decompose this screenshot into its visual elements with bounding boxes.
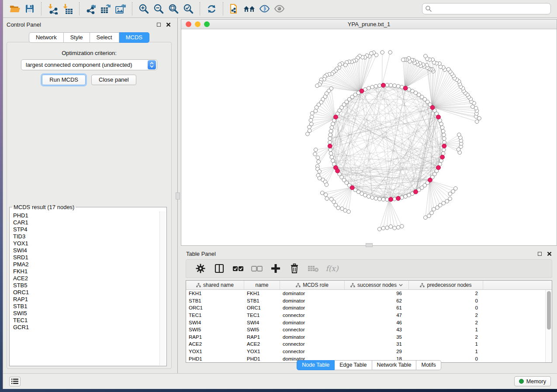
delete-column-button[interactable] bbox=[287, 261, 301, 275]
close-panel-button-mcds[interactable]: Close panel bbox=[91, 75, 136, 85]
run-mcds-button[interactable]: Run MCDS bbox=[42, 75, 86, 85]
mcds-result-item[interactable]: SRD1 bbox=[13, 254, 159, 261]
memory-button[interactable]: Memory bbox=[514, 376, 551, 386]
toggle-panes-button[interactable] bbox=[212, 261, 226, 275]
table-row[interactable]: ORC1 ORC1 dominator 61 0 bbox=[186, 304, 545, 312]
refresh-view-button[interactable] bbox=[204, 2, 219, 16]
close-traffic-light[interactable] bbox=[186, 21, 191, 27]
zoom-out-button[interactable] bbox=[151, 2, 166, 16]
select-stepper-icon bbox=[148, 60, 156, 69]
chevron-down-icon[interactable] bbox=[399, 284, 403, 286]
table-row[interactable]: RAP1 RAP1 dominator 35 2 bbox=[186, 334, 545, 341]
mcds-result-item[interactable]: STB1 bbox=[13, 303, 159, 310]
column-header-successor-nodes[interactable]: successor nodes bbox=[345, 281, 409, 289]
tab-style[interactable]: Style bbox=[64, 32, 90, 43]
import-table-button[interactable] bbox=[60, 2, 75, 16]
delete-table-button[interactable] bbox=[306, 261, 320, 275]
main-toolbar bbox=[3, 0, 557, 18]
mcds-result-item[interactable]: CAR1 bbox=[13, 219, 159, 226]
table-row[interactable]: FKH1 FKH1 dominator 96 2 bbox=[186, 290, 545, 297]
vertical-splitter[interactable] bbox=[175, 18, 181, 373]
column-header-predecessor-nodes[interactable]: predecessor nodes bbox=[409, 281, 483, 289]
mcds-result-item[interactable]: ORC1 bbox=[13, 289, 159, 296]
tab-mcds[interactable]: MCDS bbox=[119, 32, 149, 43]
zoom-fit-button[interactable] bbox=[166, 2, 181, 16]
maximize-traffic-light[interactable] bbox=[204, 21, 210, 27]
mcds-result-item[interactable]: GCR1 bbox=[13, 324, 159, 331]
search-input[interactable] bbox=[432, 4, 548, 13]
show-tasks-button[interactable] bbox=[9, 377, 21, 386]
first-neighbors-button[interactable] bbox=[242, 2, 257, 16]
column-header-shared-name[interactable]: shared name bbox=[186, 281, 244, 289]
table-row[interactable]: SWI5 SWI5 connector 43 1 bbox=[186, 326, 545, 334]
column-header-name[interactable]: name bbox=[244, 281, 280, 289]
splitter-grip[interactable] bbox=[366, 243, 373, 247]
mcds-result-item[interactable]: TEC1 bbox=[13, 317, 159, 324]
column-header-mcds-role[interactable]: MCDS role bbox=[280, 281, 345, 289]
tab-network-table[interactable]: Network Table bbox=[372, 360, 417, 370]
table-row[interactable]: TEC1 TEC1 connector 47 2 bbox=[186, 312, 545, 319]
app-window: Control Panel NetworkStyleSelectMCDS Opt… bbox=[3, 0, 557, 389]
status-bar: Memory bbox=[3, 373, 557, 389]
close-table-panel-button[interactable] bbox=[546, 250, 553, 257]
show-hidden-button[interactable] bbox=[272, 2, 287, 16]
table-scrollbar[interactable] bbox=[545, 290, 552, 362]
table-row[interactable]: ACE2 ACE2 connector 31 1 bbox=[186, 340, 545, 348]
tab-edge-table[interactable]: Edge Table bbox=[335, 360, 372, 370]
save-session-button[interactable] bbox=[22, 2, 37, 16]
node-table: shared name name MCDS role successor nod… bbox=[186, 280, 552, 363]
mcds-result-item[interactable]: SWI4 bbox=[13, 247, 159, 254]
network-window-titlebar[interactable]: YPA_prune.txt_1 bbox=[181, 20, 557, 29]
export-image-button[interactable] bbox=[113, 2, 128, 16]
network-graph[interactable] bbox=[181, 30, 557, 245]
fx-icon: f(x) bbox=[325, 264, 338, 273]
table-row[interactable]: YOX1 YOX1 connector 29 1 bbox=[186, 348, 545, 355]
mcds-result-item[interactable]: FKH1 bbox=[13, 268, 159, 275]
tab-motifs[interactable]: Motifs bbox=[416, 360, 441, 370]
scrollbar-thumb[interactable] bbox=[547, 291, 551, 330]
tab-network[interactable]: Network bbox=[29, 32, 64, 43]
tab-node-table[interactable]: Node Table bbox=[297, 360, 335, 370]
table-body: FKH1 FKH1 dominator 96 2 STB1 STB1 domin… bbox=[186, 290, 545, 362]
deselect-all-button[interactable] bbox=[250, 261, 264, 275]
criterion-select[interactable]: largest connected component (undirected) bbox=[21, 59, 157, 70]
mcds-result-item[interactable]: PMA2 bbox=[13, 261, 159, 268]
mcds-result-item[interactable]: STB5 bbox=[13, 282, 159, 289]
minimize-traffic-light[interactable] bbox=[195, 21, 201, 27]
zoom-selected-button[interactable] bbox=[181, 2, 196, 16]
export-table-icon bbox=[100, 3, 111, 14]
columns-icon bbox=[214, 263, 225, 274]
open-session-button[interactable] bbox=[7, 2, 22, 16]
mcds-result-item[interactable]: YOX1 bbox=[13, 240, 159, 247]
memory-label: Memory bbox=[526, 378, 546, 385]
network-from-selection-button[interactable] bbox=[227, 2, 242, 16]
add-column-button[interactable] bbox=[269, 261, 283, 275]
select-all-button[interactable] bbox=[231, 261, 245, 275]
function-builder-button[interactable]: f(x) bbox=[325, 261, 339, 275]
float-table-panel-button[interactable] bbox=[536, 250, 543, 257]
close-panel-button[interactable] bbox=[165, 21, 172, 28]
import-network-button[interactable] bbox=[45, 2, 60, 16]
table-settings-button[interactable] bbox=[194, 261, 208, 275]
mcds-result-item[interactable]: TID3 bbox=[13, 233, 159, 240]
mcds-result-list[interactable]: PHD1CAR1STP4TID3YOX1SWI4SRD1PMA2FKH1ACE2… bbox=[10, 211, 159, 365]
mcds-result-item[interactable]: RAP1 bbox=[13, 296, 159, 303]
refresh-icon bbox=[206, 3, 217, 14]
mcds-result-item[interactable]: SWI5 bbox=[13, 310, 159, 317]
table-header-row: shared name name MCDS role successor nod… bbox=[186, 281, 552, 290]
export-network-button[interactable] bbox=[83, 2, 98, 16]
table-row[interactable]: STB1 STB1 dominator 62 0 bbox=[186, 297, 545, 305]
network-canvas[interactable] bbox=[181, 30, 557, 245]
zoom-in-button[interactable] bbox=[136, 2, 151, 16]
splitter-grip[interactable] bbox=[176, 193, 180, 199]
float-icon bbox=[157, 23, 161, 27]
mcds-result-item[interactable]: ACE2 bbox=[13, 275, 159, 282]
export-table-button[interactable] bbox=[98, 2, 113, 16]
mcds-list-scrollbar[interactable] bbox=[159, 211, 166, 365]
hide-selected-button[interactable] bbox=[257, 2, 272, 16]
mcds-result-item[interactable]: STP4 bbox=[13, 226, 159, 233]
mcds-result-item[interactable]: PHD1 bbox=[13, 212, 159, 219]
float-panel-button[interactable] bbox=[155, 21, 162, 28]
table-row[interactable]: SWI4 SWI4 dominator 46 2 bbox=[186, 319, 545, 326]
tab-select[interactable]: Select bbox=[90, 32, 119, 43]
